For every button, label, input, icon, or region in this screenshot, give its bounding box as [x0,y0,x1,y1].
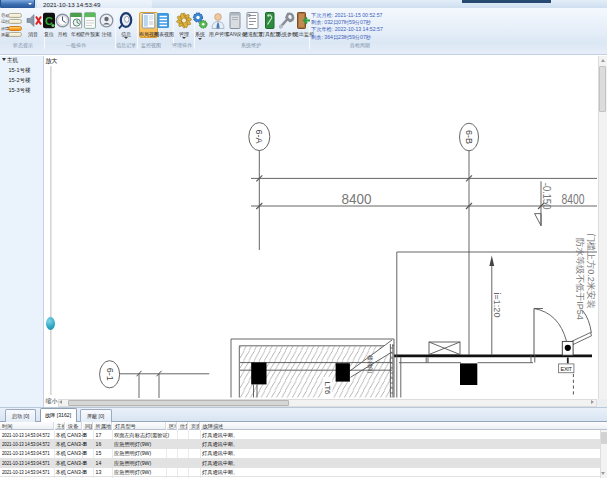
svg-text:8400: 8400 [342,191,372,207]
svg-text:门槛上方0.2米安装: 门槛上方0.2米安装 [586,233,596,309]
svg-text:6-1: 6-1 [105,368,115,381]
svg-text:楼梯间: 楼梯间 [366,355,373,373]
svg-text:i=1:20: i=1:20 [492,293,502,318]
svg-text:8400: 8400 [562,191,585,207]
svg-text:LT6: LT6 [323,382,332,394]
svg-text:6-A: 6-A [254,130,264,144]
svg-text:EXIT: EXIT [561,366,573,372]
svg-text:防水等级不低于IP54: 防水等级不低于IP54 [575,238,585,320]
svg-text:6-B: 6-B [464,130,474,144]
svg-text:-0.150: -0.150 [541,183,552,210]
